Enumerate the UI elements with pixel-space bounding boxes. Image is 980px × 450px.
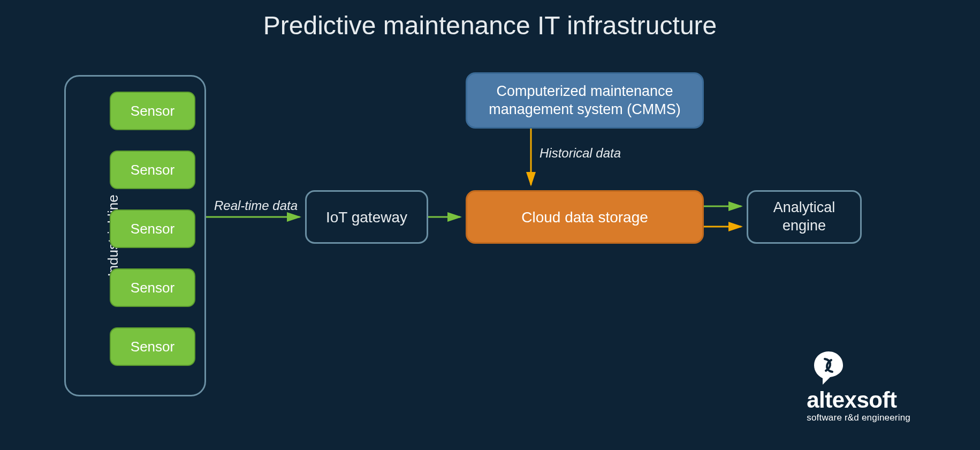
cmms-node: Computerized maintenance management syst…: [466, 72, 704, 129]
arrow-industrial-to-iot: [206, 214, 305, 225]
sensor-box: Sensor: [110, 268, 195, 307]
sensor-box: Sensor: [110, 151, 195, 189]
sensor-box: Sensor: [110, 327, 195, 366]
logo-icon: [810, 349, 847, 387]
arrow-cloud-to-analytical-yellow: [704, 224, 747, 235]
arrow-cloud-to-analytical-green: [704, 204, 747, 214]
diagram-title: Predictive maintenance IT infrastructure: [0, 11, 980, 40]
sensor-list: Sensor Sensor Sensor Sensor Sensor: [110, 92, 195, 366]
cloud-storage-node: Cloud data storage: [466, 190, 704, 244]
brand-logo: altexsoft software r&d engineering: [807, 349, 910, 423]
logo-tagline: software r&d engineering: [807, 412, 910, 423]
logo-name: altexsoft: [807, 389, 910, 411]
sensor-box: Sensor: [110, 209, 195, 248]
historical-data-label: Historical data: [540, 146, 621, 161]
industrial-line-container: Industrial line Sensor Sensor Sensor Sen…: [64, 75, 206, 396]
sensor-box: Sensor: [110, 92, 195, 130]
iot-gateway-node: IoT gateway: [305, 190, 428, 244]
real-time-data-label: Real-time data: [214, 198, 298, 213]
arrow-iot-to-cloud: [428, 214, 466, 225]
arrow-cmms-to-cloud: [525, 129, 541, 190]
analytical-engine-node: Analytical engine: [747, 190, 862, 244]
